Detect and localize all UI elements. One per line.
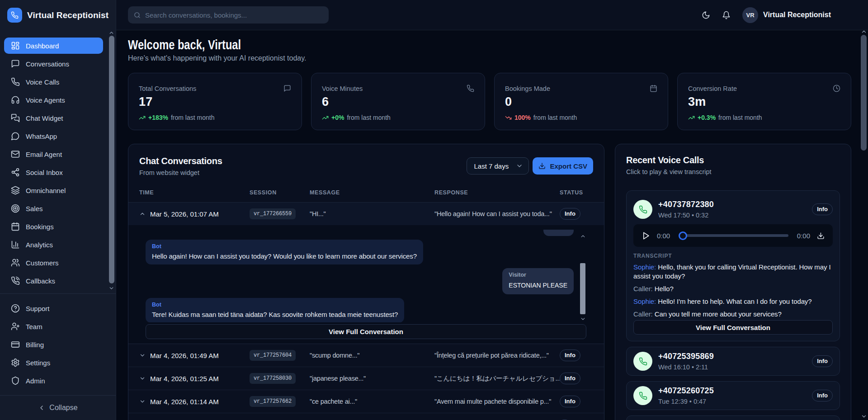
table-row[interactable]: Mar 4, 2026, 01:49 AM vr_177257604 "scum… (128, 344, 604, 367)
call-card-partial[interactable] (626, 415, 840, 420)
table-row[interactable]: Mar 5, 2026, 01:07 AM vr_177266559 "HI..… (128, 203, 604, 225)
table-row[interactable]: Mar 4, 2026, 01:25 AM vr_177258030 "japa… (128, 367, 604, 390)
sidebar-scroll-down-arrow[interactable] (108, 285, 114, 291)
sidebar-item-voice-agents[interactable]: Voice Agents (4, 92, 103, 108)
sidebar-scrollbar-thumb[interactable] (109, 36, 114, 283)
view-full-conversation-button[interactable]: View Full Conversation (633, 320, 833, 335)
stat-value: 0 (505, 95, 657, 108)
stat-label: Bookings Made (505, 85, 657, 92)
call-card-expanded[interactable]: +40737872380 Wed 17:50 • 0:32 Info 0:00 (626, 190, 840, 341)
page-scrollbar[interactable] (860, 27, 867, 420)
download-icon (817, 232, 825, 240)
sidebar-item-voice-calls[interactable]: Voice Calls (4, 74, 103, 90)
sidebar-item-settings[interactable]: Settings (4, 354, 103, 371)
sidebar-item-label: Customers (26, 259, 59, 267)
stat-card-voice-minutes: Voice Minutes 6 +0% from last month (311, 73, 485, 130)
session-badge: vr_177258030 (250, 373, 296, 384)
sidebar-header: Virtual Receptionist (0, 0, 116, 30)
trending-down-icon (505, 114, 512, 121)
sidebar-item-customers[interactable]: Customers (4, 255, 103, 271)
topbar: VR Virtual Receptionist (116, 0, 868, 30)
status-badge[interactable]: Info (812, 355, 833, 367)
table-row[interactable]: Mar 4, 2026, 01:14 AM vr_177257662 "ce p… (128, 390, 604, 413)
notifications-button[interactable] (722, 11, 731, 19)
player-total: 0:00 (794, 232, 810, 240)
download-recording-button[interactable] (817, 232, 825, 240)
call-number: +40725260725 (658, 386, 714, 396)
sidebar-collapse-button[interactable]: Collapse (0, 395, 116, 420)
phone-call-icon (11, 276, 20, 285)
row-time-cell: Mar 4, 2026, 01:14 AM (139, 398, 250, 406)
row-status-cell: Info (560, 373, 593, 384)
bubble-text: Tere! Kuidas ma saan teid täna aidata? K… (152, 310, 398, 319)
sidebar-scroll-up-arrow[interactable] (108, 30, 114, 36)
sidebar-item-admin[interactable]: Admin (4, 373, 103, 389)
bubble-text: ESTONIAN PLEASE (509, 280, 567, 291)
speaker-caller: Caller: (633, 310, 653, 318)
user-menu[interactable]: VR Virtual Receptionist (742, 7, 831, 23)
sidebar-item-support[interactable]: Support (4, 300, 103, 316)
audio-player: 0:00 0:00 (633, 224, 833, 247)
status-badge[interactable]: Info (812, 390, 833, 401)
sidebar-item-social-inbox[interactable]: Social Inbox (4, 164, 103, 180)
chevron-down-icon (861, 413, 867, 420)
sidebar-item-chat-widget[interactable]: Chat Widget (4, 110, 103, 126)
stat-change-suffix: from last month (533, 114, 577, 121)
call-number: +40725395869 (658, 352, 714, 361)
sidebar-item-bookings[interactable]: Bookings (4, 218, 103, 235)
sidebar-item-callbacks[interactable]: Callbacks (4, 273, 103, 289)
row-response: "Avem mai multe pachete disponibile p...… (434, 398, 560, 405)
view-full-conversation-button[interactable]: View Full Conversation (146, 324, 586, 339)
player-knob[interactable] (679, 231, 687, 240)
app-logo (7, 8, 22, 23)
conversation-scrollbar-thumb[interactable] (580, 263, 585, 314)
bot-message-bubble: Bot Tere! Kuidas ma saan teid täna aidat… (146, 298, 404, 322)
sidebar-item-email-agent[interactable]: Email Agent (4, 146, 103, 162)
status-badge[interactable]: Info (560, 208, 580, 220)
dashboard-grid: Chat Conversations From website widget L… (128, 144, 868, 420)
call-card-header: +40737872380 Wed 17:50 • 0:32 Info (633, 200, 833, 219)
row-time: Mar 4, 2026, 01:49 AM (150, 352, 219, 359)
theme-toggle-button[interactable] (702, 11, 710, 19)
play-button[interactable] (642, 231, 650, 240)
sidebar-item-label: Callbacks (26, 277, 55, 285)
sidebar-item-conversations[interactable]: Conversations (4, 56, 103, 72)
status-badge[interactable]: Info (560, 349, 580, 361)
call-card[interactable]: +40725395869 Wed 16:10 • 2:11 Info (626, 347, 840, 376)
bubble-role-label: Bot (152, 243, 417, 250)
headphones-icon (11, 95, 20, 104)
transcript-line: Sophie: Hello, thank you for calling Vir… (633, 263, 833, 281)
status-badge[interactable]: Info (812, 203, 833, 215)
conversation-scrollbar[interactable] (580, 233, 586, 322)
sidebar-item-omnichannel[interactable]: Omnichannel (4, 182, 103, 198)
credit-card-icon (11, 340, 20, 349)
status-badge[interactable]: Info (560, 373, 580, 384)
row-time: Mar 5, 2026, 01:07 AM (150, 210, 219, 218)
speaker-agent: Sophie: (633, 263, 656, 271)
date-range-select[interactable]: Last 7 days (467, 157, 529, 175)
call-card[interactable]: +40725260725 Tue 12:39 • 0:47 Info (626, 381, 840, 410)
row-time: Mar 4, 2026, 01:25 AM (150, 375, 219, 382)
sidebar-item-dashboard[interactable]: Dashboard (4, 38, 103, 54)
export-csv-button[interactable]: Export CSV (533, 157, 593, 175)
stat-value: 17 (139, 95, 291, 108)
chevron-up-icon (861, 28, 867, 35)
sidebar-item-sales[interactable]: Sales (4, 200, 103, 217)
stat-change-pct: 100% (514, 114, 531, 121)
transcript-text: Can you tell me more about your services… (655, 310, 782, 318)
bubble-text: HI (550, 230, 567, 232)
calls-panel-subtitle: Click to play & view transcript (626, 168, 840, 176)
table-row-partial[interactable] (128, 413, 604, 420)
status-badge[interactable]: Info (560, 396, 580, 407)
sidebar-item-analytics[interactable]: Analytics (4, 236, 103, 253)
sidebar-item-whatsapp[interactable]: WhatsApp (4, 128, 103, 144)
stat-card-total-conversations: Total Conversations 17 +183% from last m… (128, 73, 302, 130)
speaker-agent: Sophie: (633, 297, 656, 305)
search-input[interactable] (145, 11, 323, 19)
bubble-text: Hello again! How can I assist you today?… (152, 251, 417, 261)
sidebar-item-billing[interactable]: Billing (4, 336, 103, 353)
player-slider[interactable] (679, 231, 788, 240)
sidebar-item-team[interactable]: Team (4, 318, 103, 335)
page-scrollbar-thumb[interactable] (861, 35, 867, 151)
stat-change-suffix: from last month (171, 114, 214, 121)
